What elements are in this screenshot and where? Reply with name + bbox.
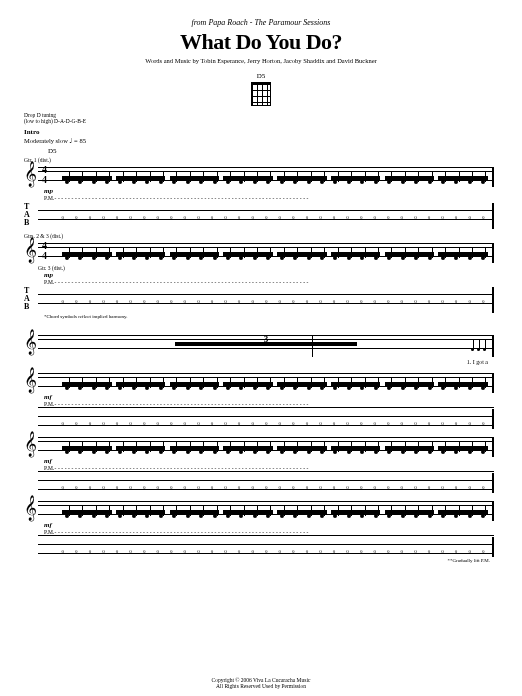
dynamic-mf: mf — [44, 521, 498, 529]
tab-label: T A B — [24, 287, 30, 311]
source-line: from Papa Roach - The Paramour Sessions — [24, 18, 498, 27]
treble-clef-icon: 𝄞 — [24, 369, 37, 391]
chord-diagram-icon — [251, 82, 271, 106]
dynamic-mf: mf — [44, 457, 498, 465]
system-1b: 𝄞 4 4 Gtr. 3 (dist.) mp P.M.- - - - - - … — [24, 241, 498, 319]
notes-row — [60, 371, 490, 393]
system-1: 𝄞 4 4 mp P.M.- - - - - - - - - - - - - -… — [24, 165, 498, 229]
credits: Words and Music by Tobin Esperance, Jerr… — [24, 57, 498, 64]
part-label-gtr1: Gtr. 1 (dist.) — [24, 157, 498, 163]
notation-staff: 𝄞 — [38, 435, 494, 457]
chord-symbol: D5 — [48, 147, 498, 155]
tab-frets: 0000 0000 0000 0000 0000 0000 0000 0000 — [56, 299, 490, 304]
tab-staff: T A B 0000 0000 0000 0000 0000 0000 0000… — [38, 201, 494, 229]
system-3b: 𝄞 mf P.M.- - - - - - - - - - - - - - - -… — [24, 435, 498, 493]
vocal-system: 𝄞 3 1. I got a — [24, 333, 498, 357]
notation-staff: 𝄞 4 4 — [38, 165, 494, 187]
tuning-line2: (low to high) D-A-D-G-B-E — [24, 118, 498, 124]
lyric-text: 1. I got a — [467, 359, 488, 365]
source-prefix: from Papa Roach - — [192, 18, 253, 27]
gradual-note: **Gradually lift P.M. — [24, 558, 490, 563]
part-label-gtr3-cue: Gtr. 3 (dist.) — [38, 265, 498, 271]
tab-frets: 0000 0000 0000 0000 0000 0000 0000 0000 — [56, 421, 490, 426]
notation-staff: 𝄞 — [38, 499, 494, 521]
system-3a: 𝄞 mf P.M.- - - - - - - - - - - - - - - -… — [24, 371, 498, 429]
rights-line: All Rights Reserved Used by Permission — [0, 683, 522, 690]
tempo-marking: Moderately slow ♩ = 85 — [24, 137, 498, 145]
section-label: Intro — [24, 128, 498, 136]
tab-frets: 0000 0000 0000 0000 0000 0000 0000 0000 — [56, 485, 490, 490]
notation-staff: 𝄞 4 4 — [38, 241, 494, 263]
time-signature: 4 4 — [42, 241, 47, 261]
tab-staff: 0000 0000 0000 0000 0000 0000 0000 0000 — [38, 471, 494, 493]
tab-frets: 0000 0000 0000 0000 0000 0000 0000 0000 — [56, 549, 490, 554]
copyright-footer: Copyright © 2006 Viva La Cucaracha Music… — [0, 677, 522, 690]
rest-count: 3 — [264, 334, 269, 344]
time-signature: 4 4 — [42, 165, 47, 185]
notes-row — [60, 165, 490, 187]
treble-clef-icon: 𝄞 — [24, 331, 37, 353]
treble-clef-icon: 𝄞 — [24, 433, 37, 455]
tab-staff: T A B 0000 0000 0000 0000 0000 0000 0000… — [38, 285, 494, 313]
part-label-gtr23: Gtrs. 2 & 3 (dist.) — [24, 233, 498, 239]
tab-frets: 0000 0000 0000 0000 0000 0000 0000 0000 — [56, 215, 490, 220]
system-3c: 𝄞 mf P.M.- - - - - - - - - - - - - - - -… — [24, 499, 498, 563]
sheet-header: from Papa Roach - The Paramour Sessions … — [24, 18, 498, 106]
song-title: What Do You Do? — [24, 29, 498, 55]
pickup-notes — [471, 333, 486, 357]
vocal-staff: 𝄞 3 1. I got a — [38, 333, 494, 357]
tab-staff: 0000 0000 0000 0000 0000 0000 0000 0000 — [38, 535, 494, 557]
notation-staff: 𝄞 — [38, 371, 494, 393]
dynamic-mp: mp — [44, 187, 498, 195]
treble-clef-icon: 𝄞 — [24, 239, 37, 261]
album-title: The Paramour Sessions — [254, 18, 330, 27]
notes-row — [60, 241, 490, 263]
notes-row — [60, 499, 490, 521]
tab-label: T A B — [24, 203, 30, 227]
dynamic-mp: mp — [44, 271, 498, 279]
treble-clef-icon: 𝄞 — [24, 497, 37, 519]
tab-staff: 0000 0000 0000 0000 0000 0000 0000 0000 — [38, 407, 494, 429]
multimeasure-rest: 3 — [175, 342, 357, 346]
notes-row — [60, 435, 490, 457]
intro-block: Intro Moderately slow ♩ = 85 D5 — [24, 128, 498, 155]
chord-name: D5 — [24, 72, 498, 80]
copyright-line: Copyright © 2006 Viva La Cucaracha Music — [0, 677, 522, 684]
dynamic-mf: mf — [44, 393, 498, 401]
footnote: *Chord symbols reflect implied harmony. — [44, 314, 498, 319]
tuning-info: Drop D tuning (low to high) D-A-D-G-B-E — [24, 112, 498, 124]
treble-clef-icon: 𝄞 — [24, 163, 37, 185]
